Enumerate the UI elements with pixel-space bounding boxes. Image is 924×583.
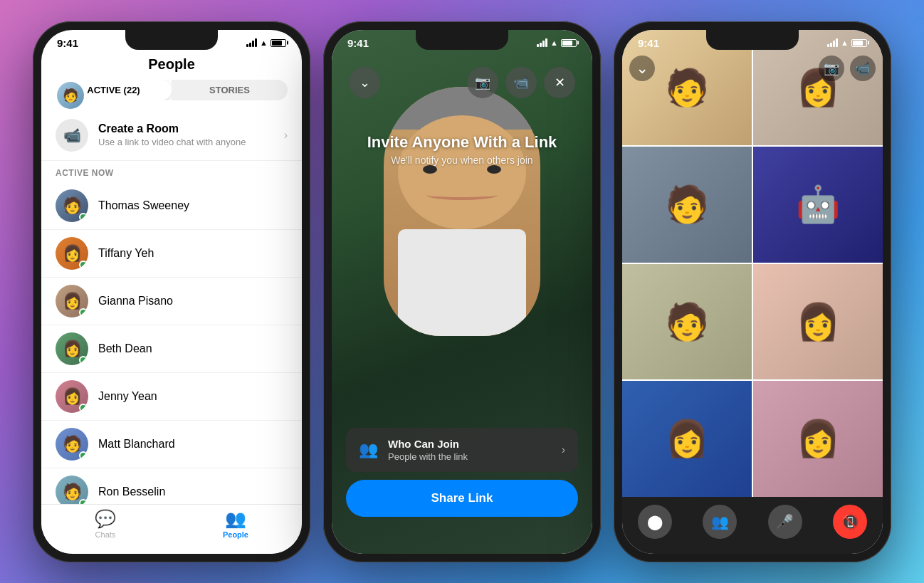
signal-icon-1 xyxy=(246,38,257,47)
p3-video-button[interactable]: 📹 xyxy=(850,56,876,81)
create-room-icon: 📹 xyxy=(56,119,88,152)
online-dot-2 xyxy=(79,308,88,317)
contact-avatar-4: 👩 xyxy=(56,380,88,413)
online-dot-4 xyxy=(79,404,88,412)
contact-name-4: Jenny Yean xyxy=(98,390,157,403)
contact-avatar-0: 🧑 xyxy=(56,189,88,222)
wifi-icon-2: ▲ xyxy=(550,38,558,47)
online-dot-1 xyxy=(79,261,88,269)
battery-fill-1 xyxy=(272,41,282,46)
grid-cell-3: 🤖 xyxy=(753,147,883,263)
tabs-row: ACTIVE (22) STORIES xyxy=(56,80,288,100)
grid-cell-7: 👩 xyxy=(753,381,883,497)
signal-icon-2 xyxy=(537,38,547,47)
contact-name-2: Gianna Pisano xyxy=(98,295,173,308)
online-dot-0 xyxy=(79,213,88,221)
who-can-join-text: Who Can Join People with the link xyxy=(388,438,562,462)
phone-3-screen: ⌄ 📷 📹 9:41 ▲ xyxy=(622,30,883,554)
wifi-icon-1: ▲ xyxy=(260,38,268,47)
status-bar-3: 9:41 ▲ xyxy=(622,30,883,52)
contact-name-6: Ron Besselin xyxy=(98,485,165,498)
nav-people[interactable]: 👥 People xyxy=(223,509,248,539)
tab-stories[interactable]: STORIES xyxy=(172,80,288,100)
phone-2: 9:41 ▲ ⌄ 📷 📹 xyxy=(323,21,601,562)
status-time-2: 9:41 xyxy=(347,37,369,49)
who-can-join-chevron: › xyxy=(562,443,565,456)
phone-1-screen: 9:41 ▲ 🧑 People ACTIVE (22) ST xyxy=(41,30,302,554)
camera-flip-button[interactable]: 📷 xyxy=(467,67,498,98)
close-button[interactable]: ✕ xyxy=(544,67,575,98)
contact-name-0: Thomas Sweeney xyxy=(98,199,189,212)
status-icons-2: ▲ xyxy=(537,38,577,47)
invite-text-block: Invite Anyone With a Link We'll notify y… xyxy=(332,133,592,166)
contact-row-1[interactable]: 👩 Tiffany Yeh xyxy=(41,230,302,278)
status-icons-1: ▲ xyxy=(246,38,286,47)
grid-cell-4: 🧑 xyxy=(622,264,752,380)
online-dot-3 xyxy=(79,356,88,364)
nav-people-label: People xyxy=(223,530,248,539)
battery-icon-2 xyxy=(561,39,577,47)
grid-cell-6: 👩 xyxy=(622,381,752,497)
create-room-text: Create a Room Use a link to video chat w… xyxy=(98,122,284,147)
p3-camera-off-button[interactable]: ⬤ xyxy=(638,505,672,539)
status-bar-2: 9:41 ▲ xyxy=(332,30,592,52)
contact-row-4[interactable]: 👩 Jenny Yean xyxy=(41,373,302,421)
p3-end-call-button[interactable]: 📵 xyxy=(833,505,867,539)
phone-1: 9:41 ▲ 🧑 People ACTIVE (22) ST xyxy=(33,21,310,562)
battery-icon-1 xyxy=(271,39,286,47)
p3-call-controls: ⬤ 👥 🎤 📵 xyxy=(622,497,883,554)
contact-avatar-1: 👩 xyxy=(56,237,88,270)
people-group-icon: 👥 xyxy=(359,441,378,459)
chevron-right-icon: › xyxy=(284,129,288,142)
people-icon: 👥 xyxy=(225,509,246,529)
p3-people-button[interactable]: 👥 xyxy=(703,505,737,539)
battery-icon-3 xyxy=(851,39,867,47)
create-room-title: Create a Room xyxy=(98,122,284,135)
grid-cell-2: 🧑 xyxy=(622,147,752,263)
contact-avatar-3: 👩 xyxy=(56,332,88,365)
contact-avatar-5: 🧑 xyxy=(56,428,88,461)
p3-mute-button[interactable]: 🎤 xyxy=(768,505,802,539)
phone-2-screen: 9:41 ▲ ⌄ 📷 📹 xyxy=(332,30,592,554)
share-link-button[interactable]: Share Link xyxy=(346,480,578,517)
down-chevron-button[interactable]: ⌄ xyxy=(349,67,380,98)
bottom-nav: 💬 Chats 👥 People xyxy=(41,504,302,554)
p3-back-button[interactable]: ⌄ xyxy=(629,56,655,81)
nav-chats-label: Chats xyxy=(95,530,116,539)
battery-fill-2 xyxy=(562,41,572,46)
who-can-join-title: Who Can Join xyxy=(388,438,562,450)
invite-title: Invite Anyone With a Link xyxy=(332,133,592,152)
online-dot-5 xyxy=(79,451,88,460)
invite-subtitle: We'll notify you when others join xyxy=(332,154,592,166)
video-grid: 🧑 👩 🧑 🤖 🧑 xyxy=(622,30,883,497)
p3-top-right: 📷 📹 xyxy=(819,56,876,81)
who-can-join-sub: People with the link xyxy=(388,451,562,462)
contact-name-5: Matt Blanchard xyxy=(98,438,175,451)
signal-icon-3 xyxy=(827,38,838,47)
wifi-icon-3: ▲ xyxy=(841,38,849,47)
page-title: People xyxy=(56,55,288,73)
contact-name-3: Beth Dean xyxy=(98,342,152,355)
phone-3: ⌄ 📷 📹 9:41 ▲ xyxy=(614,21,891,562)
contact-name-1: Tiffany Yeh xyxy=(98,247,154,260)
section-active-now: ACTIVE NOW xyxy=(41,161,302,182)
grid-cell-5: 👩 xyxy=(753,264,883,380)
contact-avatar-2: 👩 xyxy=(56,285,88,317)
contact-row-5[interactable]: 🧑 Matt Blanchard xyxy=(41,421,302,468)
battery-fill-3 xyxy=(853,41,863,46)
contact-row-3[interactable]: 👩 Beth Dean xyxy=(41,325,302,373)
video-button[interactable]: 📹 xyxy=(505,67,537,98)
contact-row-0[interactable]: 🧑 Thomas Sweeney xyxy=(41,182,302,230)
chat-icon: 💬 xyxy=(95,509,116,529)
invite-overlay: ⌄ 📷 📹 ✕ Invite Anyone With a Link We'll … xyxy=(332,30,592,554)
nav-chats[interactable]: 💬 Chats xyxy=(95,509,116,539)
status-icons-3: ▲ xyxy=(827,38,867,47)
contact-row-2[interactable]: 👩 Gianna Pisano xyxy=(41,278,302,325)
who-can-join-row[interactable]: 👥 Who Can Join People with the link › xyxy=(346,428,578,472)
profile-avatar[interactable]: 🧑 xyxy=(57,82,84,109)
status-time-3: 9:41 xyxy=(638,37,659,49)
create-room-row[interactable]: 📹 Create a Room Use a link to video chat… xyxy=(41,110,302,161)
p3-camera-button[interactable]: 📷 xyxy=(819,56,844,81)
notch-1 xyxy=(125,30,218,50)
status-time-1: 9:41 xyxy=(57,37,78,49)
